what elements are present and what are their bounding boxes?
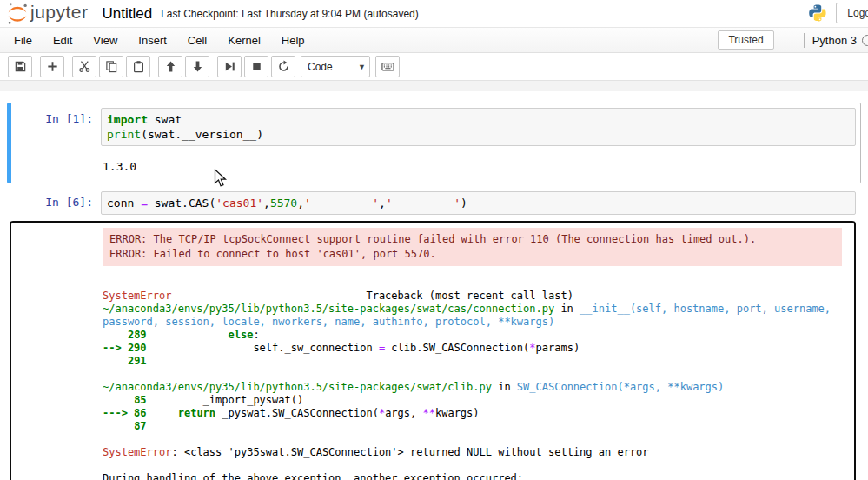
output-prompt	[17, 228, 103, 480]
header: jupyter Untitled Last Checkpoint: Last T…	[0, 0, 868, 27]
text-line: ERROR: The TCP/IP tcpSockConnect support…	[109, 232, 835, 247]
text-line: ~/anaconda3/envs/py35/lib/python3.5/site…	[103, 381, 842, 394]
jupyter-logo-icon	[7, 3, 28, 25]
command-palette-button[interactable]	[375, 56, 400, 77]
restart-kernel-button[interactable]	[271, 56, 295, 77]
text-line: SystemError: <class 'py35swat.SW_CASConn…	[103, 446, 842, 459]
text-line: --> 290 self._sw_connection = clib.SW_CA…	[103, 342, 842, 355]
menu-help[interactable]: Help	[271, 30, 315, 51]
output-prompt	[16, 156, 101, 178]
paste-cell-button[interactable]	[126, 56, 150, 77]
save-button[interactable]	[8, 56, 32, 77]
logout-button[interactable]: Logout	[836, 3, 868, 23]
checkpoint-status: Last Checkpoint: Last Thursday at 9:04 P…	[161, 8, 419, 20]
text-line	[103, 368, 842, 381]
move-cell-up-button[interactable]	[158, 56, 182, 77]
kernel-status-icon	[862, 35, 868, 46]
trusted-button[interactable]: Trusted	[718, 30, 773, 50]
text-line: conn = swat.CAS('cas01',5570,' ',' ')	[107, 196, 850, 210]
copy-cell-icon	[105, 60, 118, 73]
toolbar: Code ▼	[0, 53, 868, 81]
copy-cell-button[interactable]	[99, 56, 123, 77]
code-input-2[interactable]: conn = swat.CAS('cas01',5570,' ',' ')	[101, 191, 856, 215]
restart-kernel-icon	[277, 60, 290, 73]
add-cell-button[interactable]	[40, 56, 64, 77]
text-line: 291	[103, 355, 842, 368]
jupyter-logo-text: jupyter	[30, 2, 89, 23]
chevron-down-icon: ▼	[354, 57, 369, 77]
move-cell-down-button[interactable]	[185, 56, 209, 77]
text-line: 85 _import_pyswat()	[103, 394, 842, 407]
cell-type-dropdown[interactable]: Code ▼	[301, 56, 370, 77]
menu-edit[interactable]: Edit	[43, 30, 83, 51]
cell-output: 1.3.0	[101, 156, 136, 178]
code-editor: import swatprint(swat.__version__)	[107, 112, 850, 142]
save-icon	[14, 60, 27, 73]
menu-kernel[interactable]: Kernel	[217, 30, 271, 51]
text-line: During handling of the above exception, …	[103, 472, 842, 480]
text-line: 87	[103, 420, 842, 433]
run-cell-icon	[223, 60, 236, 73]
code-cell-1[interactable]: In [1]: import swatprint(swat.__version_…	[7, 103, 861, 183]
menu-cell[interactable]: Cell	[177, 30, 217, 51]
error-traceback: ----------------------------------------…	[103, 277, 842, 480]
divider	[804, 33, 805, 48]
text-line: 289 else:	[103, 329, 842, 342]
text-line: ERROR: Failed to connect to host 'cas01'…	[109, 247, 835, 262]
stderr-output: ERROR: The TCP/IP tcpSockConnect support…	[103, 228, 842, 266]
text-line	[103, 433, 842, 446]
code-input-1[interactable]: import swatprint(swat.__version__)	[101, 108, 856, 146]
input-prompt: In [1]:	[16, 108, 101, 146]
command-palette-keyboard-icon	[381, 60, 394, 73]
text-line: SystemError Traceback (most recent call …	[103, 290, 842, 303]
cut-cell-icon	[78, 60, 91, 73]
text-line: ~/anaconda3/envs/py35/lib/python3.5/site…	[103, 303, 842, 329]
jupyter-logo[interactable]: jupyter	[7, 3, 89, 25]
code-cell-2[interactable]: In [6]: conn = swat.CAS('cas01',5570,' '…	[7, 186, 861, 480]
interrupt-kernel-icon	[250, 60, 263, 73]
notebook-top-strip	[0, 81, 868, 91]
move-cell-down-icon	[191, 60, 204, 73]
text-line: import swat	[107, 112, 850, 127]
notebook-area: In [1]: import swatprint(swat.__version_…	[0, 91, 868, 480]
text-line: ---> 86 return _pyswat.SW_CASConnection(…	[103, 407, 842, 420]
move-cell-up-icon	[164, 60, 177, 73]
menu-view[interactable]: View	[83, 30, 128, 51]
notebook-title[interactable]: Untitled	[103, 5, 153, 23]
input-prompt: In [6]:	[16, 191, 101, 215]
kernel-name: Python 3	[812, 34, 857, 47]
output-highlight-box: ERROR: The TCP/IP tcpSockConnect support…	[10, 221, 856, 480]
add-cell-icon	[46, 60, 59, 73]
menubar: File Edit View Insert Cell Kernel Help T…	[0, 27, 868, 53]
text-line: ----------------------------------------…	[103, 277, 842, 290]
python-logo-icon	[808, 3, 827, 23]
text-line: print(swat.__version__)	[107, 127, 850, 142]
code-editor: conn = swat.CAS('cas01',5570,' ',' ')	[107, 196, 850, 210]
menu-file[interactable]: File	[3, 30, 43, 51]
menubar-right: Trusted Python 3	[718, 30, 868, 50]
cell-type-value: Code	[308, 61, 333, 73]
interrupt-kernel-button[interactable]	[244, 56, 268, 77]
paste-cell-icon	[132, 60, 145, 73]
cut-cell-button[interactable]	[72, 56, 96, 77]
text-line	[103, 459, 842, 472]
run-cell-button[interactable]	[217, 56, 242, 77]
header-right: Logout	[808, 3, 868, 23]
menu-insert[interactable]: Insert	[128, 30, 177, 51]
